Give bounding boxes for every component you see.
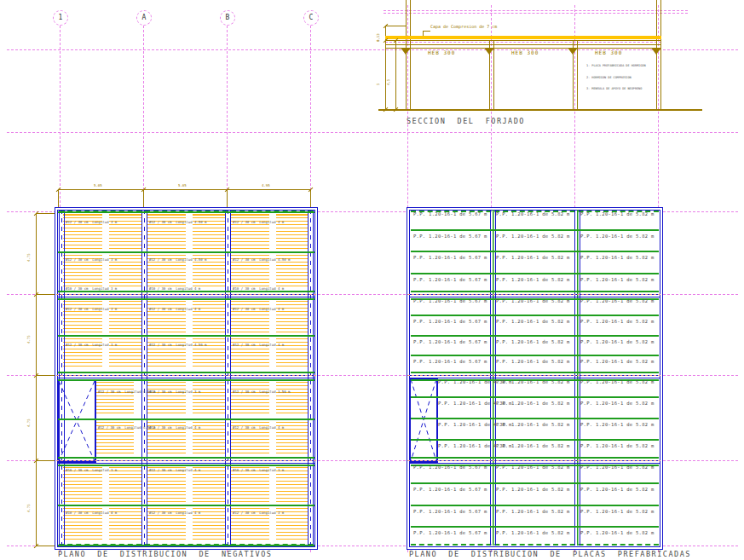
plate-cell-label: P.P. 1.20-16-1 de 5.67 m [413, 298, 487, 304]
stair-opening [409, 378, 438, 463]
dim-text: 5.05 [94, 183, 102, 188]
plate-cell-label: P.P. 1.20-16-1 de 5.82 m [580, 401, 655, 407]
plate-joint-line [411, 355, 659, 356]
section-column [406, 0, 411, 109]
plate-cell-label: P.P. 1.20-16-1 de 5.82 m [580, 255, 655, 261]
dim-extension [36, 213, 55, 214]
dim-text: 4,5 [386, 79, 390, 85]
beam-label: HEB 300 [511, 49, 539, 55]
plate-cell-label: P.P. 1.20-16-1 de 5.67 m [413, 277, 487, 283]
rebar-run-label: Ø12 / 30 cm Longitud 4.50 m [98, 390, 155, 394]
beam-corbel [401, 48, 411, 55]
band-boundary-joint [411, 291, 659, 292]
plate-cell-label: P.P. 1.20-16-1 de 5.67 m [413, 234, 487, 240]
plate-joint-line [58, 419, 314, 420]
rebar-run-label: Ø12 / 30 cm Longitud 4 m [149, 425, 200, 430]
plate-cell-label: P.P. 1.20-16-1 de 5.82 m [580, 465, 655, 471]
plate-cell-label: P.P. 1.20-16-1 de 5.82 m [496, 465, 570, 471]
negatives-plan: Ø12 / 30 cm Longitud 3 mØ12 / 30 cm Long… [55, 207, 318, 550]
dim-extension [310, 189, 311, 207]
plate-cell-label: P.P. 1.20-16-1 de 5.82 m [580, 339, 655, 345]
dim-extension [36, 375, 55, 376]
plate-cell-label: P.P. 1.20-16-1 de 5.82 m [580, 422, 655, 428]
plate-joint-line [411, 418, 659, 419]
grid-bubble-c: C [303, 10, 319, 26]
plate-joint-line [411, 396, 659, 398]
rebar-hatch [147, 467, 186, 502]
dim-extension [227, 189, 228, 207]
plate-cell-label: P.P. 1.20-16-1 de 5.82 m [496, 211, 570, 217]
section-column [656, 0, 661, 109]
rebar-run-label: Ø12 / 30 cm Longitud 4.50 m [149, 343, 206, 347]
plate-cell-label: P.P. 1.20-16-1 de 5.82 m [496, 277, 570, 283]
rebar-run-label: Ø12 / 30 cm Longitud 3 m [66, 307, 117, 311]
plate-joint-line [58, 211, 314, 213]
plate-cell-label: P.P. 1.20-16-1 de 5.82 m [496, 234, 570, 240]
plate-joint-line [58, 505, 314, 506]
dim-extension [36, 546, 55, 546]
right-plan-title: PLANO DE DISTRIBUCION DE PLACAS PREFABRI… [409, 550, 691, 558]
beam-label: HEB 300 [428, 49, 455, 55]
grid-axis-overlay [56, 375, 316, 376]
plate-joint-line [58, 545, 314, 546]
rebar-run-label: Ø12 / 30 cm Longitud 4.50 m [233, 257, 290, 262]
plate-joint-line [58, 457, 314, 459]
plate-cell-label: P.P. 1.20-16-1 de 5.67 m [413, 319, 487, 325]
band-boundary-joint [411, 372, 659, 373]
rebar-run-label: Ø12 / 30 cm Longitud 4 m [233, 425, 284, 430]
rebar-run-label: Ø12 / 30 cm Longitud 4 m [149, 468, 200, 472]
slab-underside-line [385, 40, 661, 41]
dim-text: 4.95 [262, 183, 270, 188]
band-boundary-line [58, 378, 314, 378]
section-note: 2- HORMIGON DE COMPRESION [586, 76, 646, 80]
rebar-run-label: Ø10 / 30 cm Longitud 4 m [149, 286, 200, 291]
ground-line [378, 109, 702, 111]
grid-bubble-1: 1 [53, 10, 68, 26]
plate-cell-label: P.P. 1.20-16-1 de 5.82 m [580, 234, 655, 240]
plate-cell-label: P.P. 1.20-16-1 de 5.82 m [496, 339, 570, 345]
rebar-run-label: Ø12 / 30 cm Longitud 4.50 m [98, 425, 155, 430]
dim-extension [143, 189, 144, 207]
rebar-hatch [276, 467, 309, 502]
plate-cell-label: P.P. 1.20-16-1 de 5.82 m [496, 401, 570, 407]
dim-text: 4.75 [26, 504, 31, 512]
plate-cell-label: P.P. 1.20-16-1 de 5.82 m [496, 443, 570, 449]
rebar-run-label: Ø12 / 30 cm Longitud 3 m [233, 511, 284, 515]
rebar-run-label: Ø10 / 30 cm Longitud 4 m [233, 286, 284, 291]
rebar-run-label: Ø12 / 30 cm Longitud 4.50 m [149, 257, 206, 262]
plate-cell-label: P.P. 1.20-16-1 de 5.82 m [580, 319, 655, 325]
dim-text: 4.75 [26, 419, 31, 427]
plate-joint-line [58, 372, 314, 373]
leader-line [423, 31, 430, 32]
section-grid-line [384, 13, 688, 14]
grid-axis-overlay [407, 375, 660, 376]
plate-joint-line [411, 505, 659, 506]
plate-cell-label: P.P. 1.20-16-1 de 5.82 m [580, 509, 655, 515]
grid-axis-overlay [56, 294, 316, 295]
rebar-run-label: Ø10 / 30 cm Longitud 3 m [233, 468, 284, 472]
section-grid-line [384, 10, 688, 11]
band-boundary-line [410, 378, 660, 378]
rebar-hatch [96, 382, 134, 416]
plate-cell-label: P.P. 1.20-16-1 de 5.82 m [580, 277, 655, 283]
beam-corbel [651, 48, 661, 55]
rebar-run-label: Ø10 / 30 cm Longitud 3 m [66, 286, 117, 291]
slab-annotation: Capa de Compresion de 7 cm [430, 24, 497, 29]
rebar-run-label: Ø12 / 30 cm Longitud 4 m [149, 511, 200, 515]
rebar-hatch [230, 301, 269, 332]
plate-cell-label: P.P. 1.20-16-1 de 5.82 m [496, 379, 570, 385]
dim-text: 4.75 [26, 253, 31, 262]
compression-slab [385, 36, 661, 39]
section-notes: 1- PLACA PREFABRICADA DE HORMIGON 2- HOR… [586, 56, 646, 99]
grid-axis-line [7, 49, 738, 50]
plate-joint-line [411, 251, 659, 252]
plate-cell-label: P.P. 1.20-16-1 de 5.82 m [580, 530, 655, 536]
section-note: 3- MENSULA DE APOYO DE NEOPRENO [586, 87, 646, 91]
plate-joint-line [58, 251, 314, 253]
rebar-hatch [193, 467, 225, 502]
rebar-run-label: Ø12 / 30 cm Longitud 4 m [149, 307, 200, 311]
rebar-run-label: Ø12 / 30 cm Longitud 3 m [66, 220, 117, 224]
plate-joint-line [58, 465, 314, 466]
rebar-hatch [109, 467, 141, 502]
dim-text: 0,53 [376, 33, 380, 42]
